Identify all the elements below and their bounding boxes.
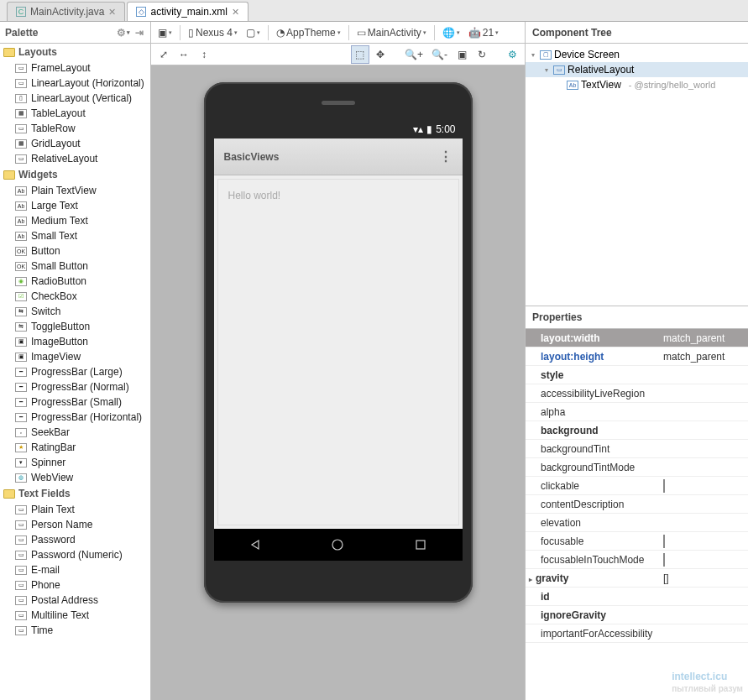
palette-item[interactable]: ▣ImageButton — [0, 334, 150, 349]
checkbox[interactable] — [663, 553, 665, 567]
zoom-fit-icon[interactable]: ▣ — [452, 45, 471, 64]
height-icon[interactable]: ↕ — [195, 45, 213, 64]
property-row[interactable]: importantForAccessibility — [526, 624, 748, 643]
palette-item[interactable]: ▭Phone — [0, 577, 150, 593]
collapse-icon[interactable]: ⇥ — [133, 27, 145, 39]
recents-icon[interactable] — [412, 536, 429, 553]
locale-button[interactable]: 🌐▾ — [439, 24, 463, 42]
property-row[interactable]: background — [526, 421, 748, 440]
palette-category[interactable]: Widgets — [0, 166, 150, 183]
expand-arrow-icon[interactable]: ▾ — [529, 51, 537, 59]
close-icon[interactable]: ✕ — [232, 7, 239, 18]
property-value[interactable] — [658, 480, 748, 492]
property-row[interactable]: backgroundTint — [526, 440, 748, 458]
palette-item[interactable]: ━ProgressBar (Horizontal) — [0, 410, 150, 425]
pan-tool[interactable]: ✥ — [371, 45, 390, 64]
palette-item[interactable]: ▯LinearLayout (Vertical) — [0, 91, 150, 106]
palette-item[interactable]: ▾Spinner — [0, 455, 150, 470]
palette-item[interactable]: ▭Plain Text — [0, 502, 150, 517]
palette-item[interactable]: ━ProgressBar (Large) — [0, 364, 150, 379]
palette-item[interactable]: ━ProgressBar (Small) — [0, 394, 150, 410]
tree-node[interactable]: ▾▢Device Screen — [526, 47, 748, 62]
checkbox[interactable] — [663, 535, 665, 548]
property-row[interactable]: focusable — [526, 532, 748, 551]
property-row[interactable]: id — [526, 588, 748, 606]
close-icon[interactable]: ✕ — [108, 7, 116, 18]
palette-item[interactable]: ▣ImageView — [0, 349, 150, 364]
device-button[interactable]: ▯ Nexus 4▾ — [185, 24, 241, 42]
property-row[interactable]: style — [526, 366, 748, 384]
theme-button[interactable]: ◔ AppTheme▾ — [273, 24, 344, 42]
gear-icon[interactable]: ⚙ — [115, 27, 127, 39]
palette-item[interactable]: ▦GridLayout — [0, 136, 150, 151]
palette-item[interactable]: ☑CheckBox — [0, 289, 150, 304]
palette-item[interactable]: ▭E-mail — [0, 562, 150, 577]
palette-item[interactable]: ★RatingBar — [0, 440, 150, 455]
property-row[interactable]: backgroundTintMode — [526, 458, 748, 477]
property-value[interactable] — [658, 554, 748, 566]
preview-stage[interactable]: ▾▴ ▮ 5:00 BasicViews ⋮ Hello world! — [151, 65, 525, 700]
zoom-in-icon[interactable]: 🔍+ — [401, 45, 426, 64]
property-row[interactable]: elevation — [526, 514, 748, 532]
palette-item[interactable]: OKSmall Button — [0, 259, 150, 274]
expand-arrow-icon[interactable]: ▸ — [529, 576, 532, 583]
palette-category[interactable]: Text Fields — [0, 485, 150, 502]
palette-item[interactable]: ━ProgressBar (Normal) — [0, 379, 150, 394]
palette-item[interactable]: ▭Person Name — [0, 517, 150, 532]
context-button[interactable]: ▭ MainActivity▾ — [353, 24, 430, 42]
property-row[interactable]: layout:heightmatch_parent — [526, 347, 748, 366]
select-tool[interactable]: ⬚ — [351, 45, 369, 64]
property-row[interactable]: contentDescription — [526, 495, 748, 514]
palette-item[interactable]: AbLarge Text — [0, 198, 150, 213]
home-icon[interactable] — [329, 536, 346, 553]
checkbox[interactable] — [663, 479, 665, 493]
property-row[interactable]: ignoreGravity — [526, 606, 748, 624]
tree-node[interactable]: AbTextView- @string/hello_world — [526, 77, 748, 92]
palette-item[interactable]: ◍WebView — [0, 470, 150, 485]
palette-item[interactable]: ⇋ToggleButton — [0, 319, 150, 334]
tree-node[interactable]: ▾▭RelativeLayout — [526, 62, 748, 77]
property-row[interactable]: focusableInTouchMode — [526, 551, 748, 569]
tab-mainactivity[interactable]: C MainActivity.java ✕ — [7, 2, 125, 21]
palette-item[interactable]: ◉RadioButton — [0, 274, 150, 289]
palette-item[interactable]: AbSmall Text — [0, 228, 150, 243]
overflow-icon[interactable]: ⋮ — [439, 149, 452, 165]
zoom-out-icon[interactable]: 🔍- — [428, 45, 451, 64]
palette-item[interactable]: ▭Multiline Text — [0, 608, 150, 623]
property-value[interactable]: [] — [658, 572, 748, 584]
property-row[interactable]: layout:widthmatch_parent — [526, 329, 748, 347]
palette-item[interactable]: ▭LinearLayout (Horizontal) — [0, 76, 150, 91]
palette-item[interactable]: ▭Password (Numeric) — [0, 547, 150, 562]
palette-item[interactable]: ▭Postal Address — [0, 593, 150, 608]
expand-arrow-icon[interactable]: ▾ — [542, 66, 551, 74]
width-icon[interactable]: ↔ — [175, 45, 193, 64]
expand-icon[interactable]: ⤢ — [154, 45, 173, 64]
api-button[interactable]: 🤖21▾ — [465, 24, 502, 42]
property-row[interactable]: alpha — [526, 403, 748, 421]
property-row[interactable]: clickable — [526, 477, 748, 495]
palette-item[interactable]: ▭FrameLayout — [0, 60, 150, 76]
property-row[interactable]: ▸gravity[] — [526, 569, 748, 588]
component-tree[interactable]: ▾▢Device Screen▾▭RelativeLayoutAbTextVie… — [526, 44, 748, 96]
orientation-button[interactable]: ▢▾ — [243, 24, 264, 42]
palette-item[interactable]: ▭RelativeLayout — [0, 151, 150, 166]
settings-gear-icon[interactable]: ⚙ — [503, 45, 521, 64]
viewport-button[interactable]: ▣▾ — [154, 24, 175, 42]
palette-item[interactable]: AbPlain TextView — [0, 183, 150, 198]
property-value[interactable]: match_parent — [658, 351, 748, 363]
property-value[interactable]: match_parent — [658, 332, 748, 344]
palette-item[interactable]: OKButton — [0, 243, 150, 259]
palette-item[interactable]: ◦SeekBar — [0, 425, 150, 440]
preview-content[interactable]: Hello world! — [217, 179, 459, 525]
device-screen[interactable]: ▾▴ ▮ 5:00 BasicViews ⋮ Hello world! — [214, 120, 463, 561]
palette-item[interactable]: ⇆Switch — [0, 304, 150, 319]
palette-item[interactable]: AbMedium Text — [0, 213, 150, 228]
textview-preview[interactable]: Hello world! — [228, 190, 281, 201]
properties-table[interactable]: layout:widthmatch_parentlayout:heightmat… — [526, 329, 748, 700]
refresh-icon[interactable]: ↻ — [473, 45, 491, 64]
property-row[interactable]: accessibilityLiveRegion — [526, 384, 748, 403]
tab-activitymain[interactable]: ◇ activity_main.xml ✕ — [127, 2, 248, 21]
back-icon[interactable] — [247, 536, 264, 553]
property-value[interactable] — [658, 535, 748, 547]
palette-item[interactable]: ▭Time — [0, 623, 150, 638]
